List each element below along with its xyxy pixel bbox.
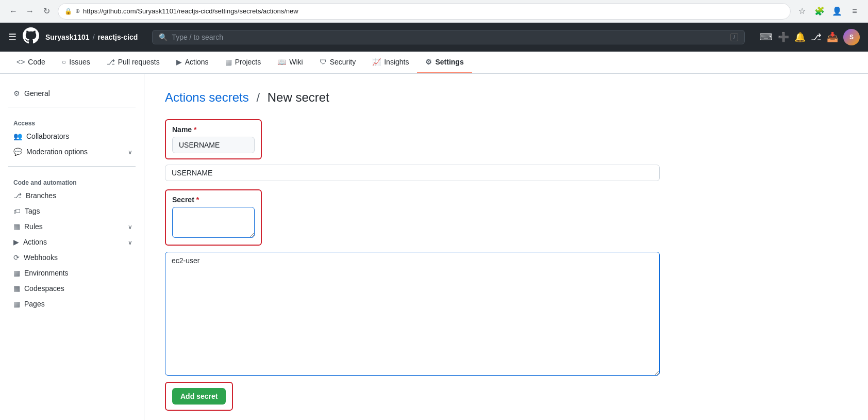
nav-actions[interactable]: ▶ Actions [168,52,217,73]
slash-shortcut: / [730,33,738,41]
repo-link[interactable]: reactjs-cicd [98,33,138,41]
url-text: https://github.com/Suryask1101/reactjs-c… [83,7,784,15]
refresh-button[interactable]: ↻ [39,4,54,19]
sidebar-codespaces-label: Codespaces [24,284,64,293]
bookmark-button[interactable]: ☆ [795,4,809,19]
sidebar-item-rules[interactable]: ▦ Rules [8,219,125,234]
moderation-chevron[interactable]: ∨ [125,146,136,159]
add-secret-highlight-box: Add secret [165,382,233,411]
nav-actions-label: Actions [185,58,209,66]
nav-code[interactable]: <> Code [8,52,54,73]
sidebar-divider-2 [8,166,136,167]
sidebar-pages-label: Pages [24,300,45,308]
nav-projects[interactable]: ▦ Projects [217,52,270,73]
sidebar-general-label: General [24,89,50,98]
collaborators-icon: 👥 [13,132,22,140]
inbox-icon[interactable]: 📥 [827,31,838,43]
nav-wiki[interactable]: 📖 Wiki [269,52,311,73]
nav-insights[interactable]: 📈 Insights [364,52,417,73]
breadcrumb-actions-secrets-link[interactable]: Actions secrets [165,90,249,104]
rules-chevron[interactable]: ∨ [125,220,136,234]
wiki-icon: 📖 [277,58,286,66]
add-secret-button[interactable]: Add secret [172,388,226,405]
nav-wiki-label: Wiki [289,58,303,66]
info-icon: ⊕ [75,8,80,14]
page-breadcrumb: Actions secrets / New secret [165,90,847,105]
sidebar-item-collaborators[interactable]: 👥 Collaborators [8,129,136,143]
nav-insights-label: Insights [384,58,409,66]
sidebar-environments-label: Environments [24,269,69,277]
header-actions: ⌨ ➕ 🔔 ⎇ 📥 S [759,29,860,45]
sidebar-moderation-label: Moderation options [26,148,88,156]
browser-nav-buttons: ← → ↻ [6,4,54,19]
sidebar-item-codespaces[interactable]: ▦ Codespaces [8,281,136,296]
sidebar-item-webhooks[interactable]: ⟳ Webhooks [8,250,136,265]
environments-icon: ▦ [13,269,20,277]
github-header: ☰ Suryask1101 / reactjs-cicd 🔍 Type / to… [0,23,868,52]
name-highlight-box: Name * [165,119,262,159]
sidebar-rules-label: Rules [24,222,43,231]
sidebar-item-moderation[interactable]: 💬 Moderation options [8,144,125,159]
extensions-button[interactable]: 🧩 [812,4,827,19]
notification-icon[interactable]: 🔔 [794,31,806,43]
nav-settings-label: Settings [435,58,463,66]
sidebar-item-actions[interactable]: ▶ Actions [8,235,125,249]
nav-issues[interactable]: ○ Issues [54,52,98,73]
forward-button[interactable]: → [23,4,37,19]
secret-label: Secret * [172,196,255,204]
back-button[interactable]: ← [6,4,21,19]
nav-settings[interactable]: ⚙ Settings [417,52,472,73]
user-link[interactable]: Suryask1101 [45,33,90,41]
settings-nav-icon: ⚙ [425,58,432,66]
repo-breadcrumb: Suryask1101 / reactjs-cicd [45,33,138,41]
sidebar-tags-label: Tags [25,207,40,215]
plus-icon[interactable]: ➕ [778,31,789,43]
sidebar-item-tags[interactable]: 🏷 Tags [8,204,136,218]
tags-icon: 🏷 [13,207,21,215]
pull-request-icon[interactable]: ⎇ [811,31,822,43]
new-secret-form: Name * Secret * Add secret [165,119,660,411]
security-nav-icon: 🛡 [320,58,327,66]
pr-icon: ⎇ [107,58,115,66]
avatar[interactable]: S [843,29,860,45]
sidebar-item-general[interactable]: ⚙ General [8,86,136,101]
secret-textarea[interactable] [165,252,660,376]
secret-required: * [196,196,199,204]
sidebar-item-environments[interactable]: ▦ Environments [8,266,136,280]
nav-code-label: Code [28,58,45,66]
rules-row: ▦ Rules ∨ [8,219,136,235]
hamburger-menu[interactable]: ☰ [8,31,16,43]
access-section-label: Access [8,114,136,129]
secret-highlight-box: Secret * [165,189,262,246]
search-icon: 🔍 [159,33,168,41]
breadcrumb-current: New secret [268,90,329,104]
sidebar-item-branches[interactable]: ⎇ Branches [8,188,136,203]
search-bar[interactable]: 🔍 Type / to search / [152,30,745,44]
issues-icon: ○ [62,58,66,66]
breadcrumb-separator: / [256,90,260,104]
nav-security[interactable]: 🛡 Security [311,52,364,73]
github-logo[interactable] [23,27,39,47]
browser-right-icons: ☆ 🧩 👤 ≡ [795,4,862,19]
secret-textarea-small[interactable] [172,207,255,238]
repo-nav: <> Code ○ Issues ⎇ Pull requests ▶ Actio… [0,52,868,74]
sidebar-actions-label: Actions [23,238,47,246]
name-input-full[interactable] [165,165,660,181]
security-icon: 🔒 [64,8,72,15]
nav-pr-label: Pull requests [118,58,160,66]
main-layout: ⚙ General Access 👥 Collaborators 💬 Moder… [0,74,868,420]
codespaces-icon: ▦ [13,284,20,293]
terminal-icon[interactable]: ⌨ [759,31,773,43]
code-icon: <> [16,58,25,66]
actions-chevron[interactable]: ∨ [125,236,136,249]
address-bar[interactable]: 🔒 ⊕ https://github.com/Suryask1101/react… [58,3,791,20]
actions-row: ▶ Actions ∨ [8,235,136,250]
sidebar-item-pages[interactable]: ▦ Pages [8,297,136,311]
profile-button[interactable]: 👤 [830,4,844,19]
name-input[interactable] [172,137,255,153]
menu-button[interactable]: ≡ [847,4,862,19]
code-automation-label: Code and automation [8,173,136,188]
actions-icon: ▶ [176,58,182,66]
nav-pull-requests[interactable]: ⎇ Pull requests [98,52,168,73]
nav-projects-label: Projects [235,58,261,66]
